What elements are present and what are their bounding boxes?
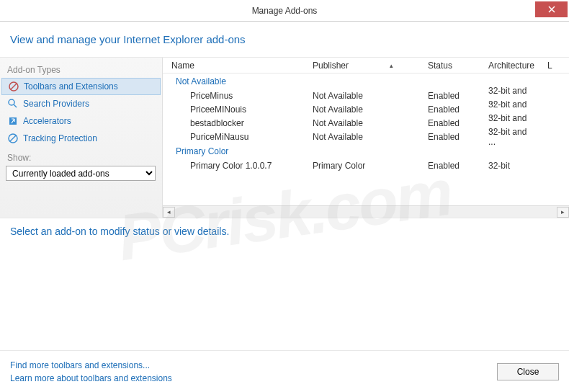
titlebar: Manage Add-ons (0, 0, 569, 22)
cell-publisher: Not Available (307, 118, 422, 128)
horizontal-scrollbar[interactable]: ◂ ▸ (163, 205, 569, 218)
column-header-publisher[interactable]: Publisher ▴ (307, 61, 422, 71)
cell-publisher: Not Available (307, 91, 422, 101)
column-header-publisher-label: Publisher (313, 61, 349, 71)
toolbar-icon (8, 81, 19, 92)
cell-status: Enabled (422, 132, 483, 142)
column-header-architecture[interactable]: Architecture (483, 61, 542, 71)
sidebar-heading: Add-on Types (0, 62, 162, 78)
window-title: Manage Add-ons (0, 6, 569, 16)
header-banner-text: View and manage your Internet Explorer a… (10, 33, 246, 45)
tracking-icon (7, 133, 19, 144)
header-banner: View and manage your Internet Explorer a… (0, 22, 569, 58)
window-close-button[interactable] (535, 1, 568, 17)
accelerator-icon (7, 115, 19, 127)
find-more-link[interactable]: Find more toolbars and extensions... (10, 359, 497, 372)
main-area: Add-on Types Toolbars and Extensions Sea… (0, 58, 569, 218)
cell-architecture: 32-bit (483, 161, 542, 171)
cell-name: Primary Color 1.0.0.7 (163, 161, 307, 171)
sidebar-item-toolbars-extensions[interactable]: Toolbars and Extensions (1, 78, 161, 95)
table-row[interactable]: PuriceMiNausu Not Available Enabled 32-b… (163, 130, 569, 143)
cell-status: Enabled (422, 118, 483, 128)
table-row[interactable]: Primary Color 1.0.0.7 Primary Color Enab… (163, 159, 569, 172)
sidebar-item-label: Accelerators (23, 116, 71, 126)
sidebar-item-label: Search Providers (23, 99, 89, 109)
sidebar-item-accelerators[interactable]: Accelerators (0, 112, 162, 130)
cell-status: Enabled (422, 104, 483, 115)
cell-status: Enabled (422, 161, 483, 171)
close-icon (548, 6, 555, 13)
cell-name: bestadblocker (163, 118, 307, 128)
sort-arrow-icon: ▴ (390, 62, 393, 69)
details-area: Select an add-on to modify status or vie… (0, 218, 569, 351)
close-button[interactable]: Close (497, 363, 559, 380)
show-label: Show: (0, 147, 162, 164)
footer-links: Find more toolbars and extensions... Lea… (10, 359, 497, 385)
footer: Find more toolbars and extensions... Lea… (0, 350, 569, 392)
sidebar-item-tracking-protection[interactable]: Tracking Protection (0, 130, 162, 147)
cell-publisher: Primary Color (307, 161, 422, 171)
scroll-left-button[interactable]: ◂ (163, 207, 175, 218)
table-header: Name Publisher ▴ Status Architecture L (163, 58, 569, 74)
scroll-right-button[interactable]: ▸ (557, 207, 569, 218)
sidebar: Add-on Types Toolbars and Extensions Sea… (0, 58, 163, 218)
cell-name: PriceeMINouis (163, 104, 307, 115)
cell-status: Enabled (422, 91, 483, 101)
learn-more-link[interactable]: Learn more about toolbars and extensions (10, 372, 497, 385)
cell-architecture: 32-bit and ... (483, 127, 542, 147)
column-header-name[interactable]: Name (163, 61, 307, 71)
cell-publisher: Not Available (307, 104, 422, 115)
sidebar-item-search-providers[interactable]: Search Providers (0, 95, 162, 112)
column-header-last[interactable]: L (542, 61, 553, 71)
column-header-status[interactable]: Status (422, 61, 483, 71)
search-icon (7, 98, 19, 110)
cell-publisher: Not Available (307, 132, 422, 142)
cell-name: PriceMinus (163, 91, 307, 101)
addon-table: Name Publisher ▴ Status Architecture L N… (163, 58, 569, 218)
cell-name: PuriceMiNausu (163, 132, 307, 142)
details-prompt: Select an add-on to modify status or vie… (10, 226, 559, 237)
sidebar-item-label: Tracking Protection (23, 133, 97, 143)
svg-point-1 (9, 99, 14, 105)
sidebar-item-label: Toolbars and Extensions (24, 81, 118, 92)
show-dropdown[interactable]: Currently loaded add-ons (6, 166, 156, 181)
